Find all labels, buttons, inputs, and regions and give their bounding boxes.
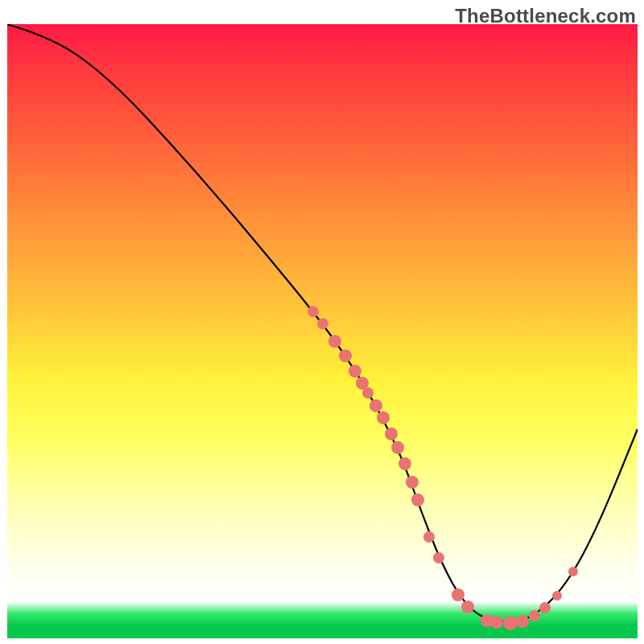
data-marker [406,476,419,489]
data-marker [339,349,352,362]
data-marker [423,531,435,543]
chart-svg [7,24,638,638]
data-marker [317,318,328,329]
data-marker [452,588,464,601]
data-marker [398,457,411,470]
data-marker [391,441,404,454]
data-marker [362,387,374,398]
data-marker [377,411,390,424]
data-marker [568,567,578,576]
data-marker [349,365,361,378]
data-marker [411,493,424,506]
data-marker [461,601,474,613]
data-marker [490,616,503,629]
chart-container: TheBottleneck.com [0,0,644,644]
data-marker [385,427,398,440]
data-marker [503,616,518,630]
data-marker [369,399,382,412]
data-marker [433,552,444,564]
markers-layer [308,306,578,630]
data-marker [552,591,562,601]
data-marker [516,615,529,628]
data-marker [539,602,551,613]
data-marker [529,610,540,621]
data-marker [328,335,341,348]
data-marker [308,306,319,317]
